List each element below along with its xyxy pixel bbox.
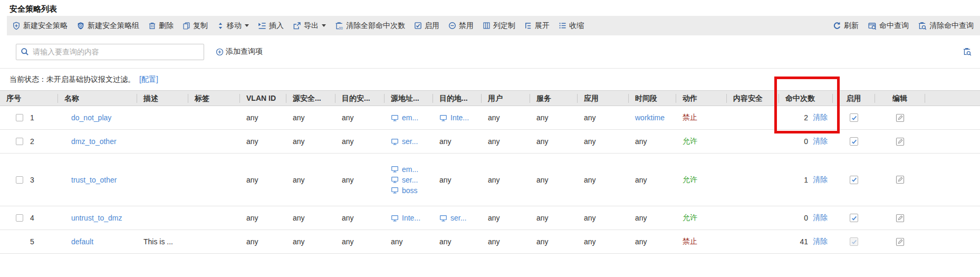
app-cell: any [578,113,629,122]
toolbar-button-disable[interactable]: 禁用 [448,21,474,31]
toolbar-button-new-policy-group[interactable]: 新建安全策略组 [76,21,139,31]
clear-query-icon[interactable] [963,47,972,56]
column-header-14: 动作 [676,94,727,103]
toolbar-button-delete[interactable]: 删除 [148,21,174,31]
enable-checkbox[interactable] [850,113,858,122]
enable-cell [833,176,875,184]
toolbar-button-collapse[interactable]: 收缩 [559,21,584,31]
column-header-10: 用户 [482,94,530,103]
edit-button[interactable] [896,137,905,146]
toolbar-button-export[interactable]: 导出 [293,21,326,31]
policy-name-link[interactable]: trust_to_other [71,176,117,184]
toolbar-button-label: 插入 [269,21,284,31]
address-item[interactable]: ser... [391,137,433,146]
policy-name-link[interactable]: default [71,237,93,246]
clear-hits-link[interactable]: 清除 [813,113,828,122]
toolbar-button-label: 禁用 [459,21,474,31]
policy-name-link[interactable]: dmz_to_other [71,137,117,146]
enable-checkbox[interactable] [850,137,858,146]
clear-hits-link[interactable]: 清除 [813,213,828,223]
name-cell: do_not_play [58,113,137,122]
user-cell: any [482,137,530,146]
address-item[interactable]: ser... [439,214,482,222]
toolbar-button-insert[interactable]: 插入 [258,21,284,31]
search-input[interactable] [33,47,199,56]
toolbar-button-refresh[interactable]: 刷新 [833,21,859,31]
add-query-button[interactable]: 添加查询项 [216,47,263,56]
policy-name-link[interactable]: untrust_to_dmz [71,214,122,222]
search-icon [21,47,29,56]
enable-cell [833,237,875,246]
toolbar-button-column-custom[interactable]: 列定制 [483,21,515,31]
address-item[interactable]: em... [391,165,433,174]
toolbar-button-label: 启用 [425,21,439,31]
page-title: 安全策略列表 [0,0,980,16]
seq-number: 4 [30,214,34,222]
toolbar-button-label: 清除命中查询 [929,21,974,31]
enable-checkbox[interactable] [850,237,858,246]
dst-addr-cell: any [433,176,482,184]
address-item[interactable]: Inte... [439,113,482,122]
toolbar-button-enable[interactable]: 启用 [414,21,439,31]
seq-number: 1 [30,113,34,122]
shield-plus-filled-icon [76,22,85,30]
toolbar-button-new-policy[interactable]: 新建安全策略 [12,21,68,31]
user-cell: any [482,237,530,246]
vlan-cell: any [240,237,286,246]
config-link[interactable]: [配置] [139,75,158,83]
schedule-link[interactable]: worktime [635,113,665,122]
policy-name-link[interactable]: do_not_play [71,113,111,122]
toolbar-button-copy[interactable]: 复制 [182,21,208,31]
row-checkbox[interactable] [16,214,23,222]
column-header-9: 目的地... [433,94,482,103]
circle-plus-icon [216,48,224,56]
action-cell: 允许 [676,137,727,146]
address-item[interactable]: boss [391,186,433,195]
dst-zone-cell: any [335,214,385,222]
address-label: boss [402,186,418,195]
toolbar-button-hit-query[interactable]: 命中查询 [868,21,909,31]
refresh-icon [833,22,841,30]
src-zone-cell: any [286,137,335,146]
app-cell: any [578,237,629,246]
edit-cell [875,214,925,223]
address-item[interactable]: Inte... [391,214,433,222]
status-text: 当前状态：未开启基础协议报文过滤。 [9,75,135,83]
action-label: 允许 [683,137,697,145]
row-checkbox[interactable] [16,138,23,145]
edit-cell [875,175,925,184]
column-header-17: 启用 [833,94,875,103]
status-row: 当前状态：未开启基础协议报文过滤。[配置] [0,69,980,90]
export-icon [293,22,301,30]
seq-cell: 4 [0,214,58,222]
edit-button[interactable] [896,113,905,122]
toolbar-button-label: 展开 [535,21,550,31]
clear-hits-link[interactable]: 清除 [813,175,828,185]
address-label: em... [402,165,418,174]
toolbar-button-clear-hit-query[interactable]: 清除命中查询 [918,21,974,31]
row-checkbox[interactable] [16,176,23,184]
address-item[interactable]: em... [391,113,433,122]
edit-button[interactable] [896,237,905,246]
search-box[interactable] [16,44,204,60]
column-header-6: 源安全... [286,94,335,103]
seq-number: 3 [30,176,34,184]
toolbar-button-expand[interactable]: 展开 [524,21,550,31]
user-cell: any [482,176,530,184]
clear-hits-link[interactable]: 清除 [813,137,828,146]
vlan-cell: any [240,176,286,184]
enable-checkbox[interactable] [850,176,858,184]
clear-hits-link[interactable]: 清除 [813,237,828,246]
row-checkbox[interactable] [16,114,23,121]
toolbar-button-move[interactable]: 移动 [217,21,249,31]
toolbar-button-clear-all-hits[interactable]: 00清除全部命中次数 [335,21,405,31]
columns-icon [483,22,491,30]
monitor-icon [391,186,399,194]
edit-button[interactable] [896,214,905,223]
enable-checkbox[interactable] [850,214,858,222]
edit-button[interactable] [896,175,905,184]
column-header-2: 名称 [58,94,137,103]
address-item[interactable]: ser... [391,176,433,184]
table-row: 1do_not_playanyanyanyem...Inte...anyanya… [0,106,980,130]
monitor-icon [391,138,399,146]
